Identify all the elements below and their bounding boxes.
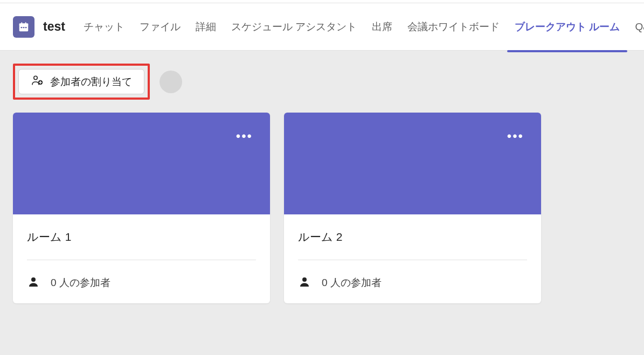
room-card-header: •••: [13, 113, 270, 214]
header-bar: test チャット ファイル 詳細 スケジュール アシスタント 出席 会議ホワイ…: [0, 3, 644, 51]
tab-files[interactable]: ファイル: [132, 16, 188, 38]
participant-row: 0 人の参加者: [298, 275, 527, 290]
divider: [298, 260, 527, 260]
svg-rect-6: [25, 22, 26, 24]
content-area: 参加者の割り当て ••• ルーム 1: [0, 51, 644, 355]
divider: [27, 260, 256, 260]
tab-attendance[interactable]: 出席: [364, 16, 400, 38]
room-name: ルーム 2: [298, 229, 527, 245]
tab-breakout-rooms[interactable]: ブレークアウト ルーム: [507, 16, 627, 38]
svg-rect-1: [19, 23, 29, 25]
svg-rect-3: [23, 27, 25, 28]
svg-rect-2: [21, 27, 23, 28]
room-more-menu[interactable]: •••: [507, 130, 524, 143]
people-add-icon: [31, 74, 44, 89]
tab-whiteboard[interactable]: 会議ホワイトボード: [400, 16, 507, 38]
svg-rect-4: [25, 27, 27, 28]
person-icon: [298, 275, 311, 290]
more-horizontal-icon: •••: [236, 129, 253, 143]
svg-point-9: [31, 277, 36, 282]
room-card-body: ルーム 1 0 人の参加者: [13, 214, 270, 303]
toolbar: 参加者の割り当て: [13, 64, 644, 100]
assign-participants-button[interactable]: 参加者の割り当て: [18, 69, 144, 94]
calendar-app-icon: [13, 16, 34, 38]
tab-scheduling-assistant[interactable]: スケジュール アシスタント: [224, 16, 364, 38]
highlight-annotation: 参加者の割り当て: [13, 64, 150, 100]
room-card-body: ルーム 2 0 人の参加者: [284, 214, 541, 303]
tab-details[interactable]: 詳細: [188, 16, 224, 38]
svg-point-10: [302, 277, 307, 282]
assign-participants-label: 参加者の割り当て: [50, 75, 132, 89]
room-card-header: •••: [284, 113, 541, 214]
room-card: ••• ルーム 2 0 人の参加者: [284, 113, 541, 303]
organizer-avatar[interactable]: [160, 71, 182, 93]
rooms-grid: ••• ルーム 1 0 人の参加者: [13, 113, 644, 303]
tab-chat[interactable]: チャット: [76, 16, 132, 38]
person-icon: [27, 275, 40, 290]
room-more-menu[interactable]: •••: [236, 130, 253, 143]
room-card: ••• ルーム 1 0 人の参加者: [13, 113, 270, 303]
participant-count: 0 人の参加者: [51, 276, 110, 290]
svg-rect-5: [21, 22, 22, 24]
participant-row: 0 人の参加者: [27, 275, 256, 290]
more-horizontal-icon: •••: [507, 129, 524, 143]
participant-count: 0 人の参加者: [322, 276, 382, 290]
svg-point-7: [34, 76, 37, 79]
tab-list: チャット ファイル 詳細 スケジュール アシスタント 出席 会議ホワイトボード …: [76, 16, 644, 38]
room-name: ルーム 1: [27, 229, 256, 245]
meeting-title: test: [43, 19, 65, 34]
tab-qa[interactable]: Q&A: [627, 17, 644, 37]
